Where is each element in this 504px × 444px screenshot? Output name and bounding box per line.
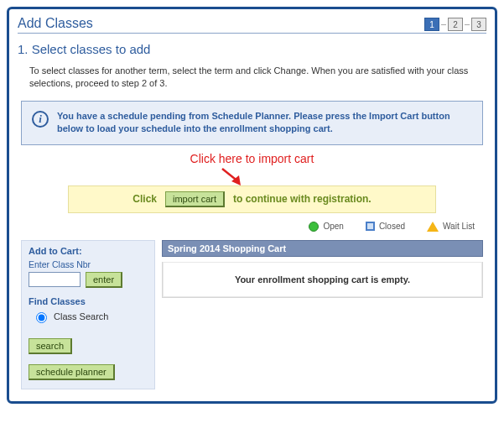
cart-header: Spring 2014 Shopping Cart	[162, 240, 483, 257]
info-box: i You have a schedule pending from Sched…	[21, 101, 483, 145]
add-classes-window: Add Classes 1 2 3 1. Select classes to a…	[7, 7, 497, 404]
step-2[interactable]: 2	[448, 18, 463, 31]
legend-open-label: Open	[323, 222, 343, 231]
sidebar: Add to Cart: Enter Class Nbr enter Find …	[21, 240, 155, 389]
callout-arrow	[18, 167, 486, 185]
legend-open: Open	[309, 222, 343, 232]
step-1[interactable]: 1	[424, 18, 439, 31]
step-sep	[465, 24, 470, 25]
find-classes-label: Find Classes	[29, 296, 148, 306]
header-row: Add Classes 1 2 3	[18, 16, 486, 33]
import-bar: Click import cart to continue with regis…	[68, 185, 436, 213]
title-underline	[18, 33, 486, 34]
cart-empty-message: Your enrollment shopping cart is empty.	[163, 262, 482, 297]
class-search-label: Class Search	[54, 311, 108, 321]
legend-closed-label: Closed	[379, 222, 405, 231]
page-title: Add Classes	[18, 16, 93, 31]
cart-panel: Spring 2014 Shopping Cart Your enrollmen…	[162, 240, 483, 298]
class-nbr-input[interactable]	[29, 272, 81, 287]
status-legend: Open Closed Wait List	[18, 222, 475, 232]
legend-closed: Closed	[366, 222, 405, 231]
class-search-radio[interactable]	[36, 312, 47, 323]
import-click-label: Click	[132, 193, 157, 205]
import-continue-label: to continue with registration.	[233, 193, 372, 205]
lower-area: Add to Cart: Enter Class Nbr enter Find …	[21, 240, 483, 389]
step-sep	[441, 24, 446, 25]
cart-body: Your enrollment shopping cart is empty.	[162, 262, 483, 298]
import-cart-button[interactable]: import cart	[165, 191, 225, 207]
add-to-cart-label: Add to Cart:	[29, 246, 148, 256]
arrow-icon	[217, 167, 251, 189]
section-title: 1. Select classes to add	[18, 42, 486, 56]
legend-waitlist-label: Wait List	[443, 222, 475, 231]
step-indicator: 1 2 3	[424, 18, 486, 31]
schedule-planner-button[interactable]: schedule planner	[29, 364, 115, 380]
info-message: You have a schedule pending from Schedul…	[57, 110, 474, 136]
info-icon: i	[32, 111, 49, 128]
class-nbr-row: enter	[29, 272, 148, 288]
legend-waitlist: Wait List	[427, 222, 475, 232]
search-button[interactable]: search	[29, 338, 72, 354]
closed-icon	[366, 222, 375, 231]
instructions-text: To select classes for another term, sele…	[29, 65, 480, 91]
class-search-radio-row[interactable]: Class Search	[32, 310, 148, 323]
open-icon	[309, 222, 319, 232]
step-3[interactable]: 3	[471, 18, 486, 31]
callout-text: Click here to import cart	[18, 152, 486, 165]
waitlist-icon	[427, 222, 439, 232]
enter-class-nbr-label: Enter Class Nbr	[29, 259, 148, 269]
enter-button[interactable]: enter	[86, 272, 122, 288]
